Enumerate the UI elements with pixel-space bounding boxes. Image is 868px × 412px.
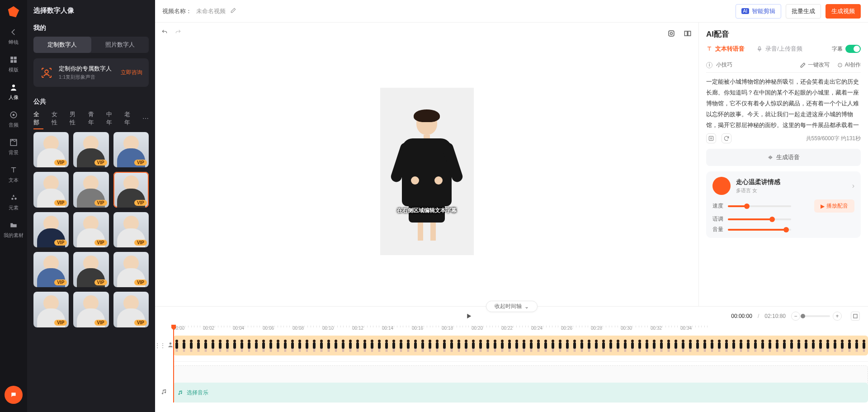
rail-item-my-assets[interactable]: 我的素材 — [0, 216, 27, 243]
svg-rect-378 — [827, 349, 828, 352]
rail-item-audio[interactable]: 音频 — [0, 105, 27, 133]
svg-rect-349 — [776, 342, 778, 349]
avatar-card[interactable]: VIP — [73, 172, 108, 207]
zoom-out-button[interactable]: − — [791, 312, 800, 321]
filter-youth[interactable]: 青年 — [88, 110, 98, 127]
info-icon[interactable]: i — [706, 62, 712, 68]
avatar-card[interactable]: VIP — [33, 212, 69, 247]
insert-pause-icon[interactable] — [706, 133, 716, 143]
svg-rect-298 — [682, 349, 683, 352]
filter-female[interactable]: 女性 — [52, 110, 61, 127]
generate-video-button[interactable]: 生成视频 — [826, 4, 861, 19]
tab-photo-avatar[interactable]: 照片数字人 — [91, 37, 149, 53]
filter-old[interactable]: 老年 — [124, 110, 134, 127]
avatar-card[interactable]: VIP — [113, 252, 149, 287]
crop-icon[interactable] — [667, 29, 676, 40]
svg-rect-265 — [624, 342, 627, 349]
svg-rect-98 — [321, 349, 321, 352]
svg-point-232 — [566, 340, 569, 342]
one-click-rewrite[interactable]: 一键改写 — [800, 61, 830, 69]
rail-item-avatar[interactable]: 人像 — [0, 78, 27, 105]
refresh-voice-icon[interactable] — [722, 133, 731, 143]
avatar-card[interactable]: VIP — [33, 292, 69, 327]
rename-icon[interactable] — [230, 7, 236, 15]
svg-rect-365 — [805, 342, 807, 349]
svg-point-364 — [805, 340, 807, 342]
svg-rect-285 — [660, 342, 663, 349]
svg-rect-322 — [726, 349, 726, 352]
zoom-fit-button[interactable] — [851, 312, 860, 321]
avatar-card[interactable]: VIP — [33, 172, 69, 207]
avatar-card[interactable]: VIP — [113, 132, 149, 167]
pitch-slider[interactable] — [728, 218, 791, 220]
help-chat-button[interactable] — [5, 386, 23, 404]
rail-back[interactable]: 蝉镜 — [0, 23, 27, 50]
generate-voice-button[interactable]: 生成语音 — [706, 149, 861, 166]
music-lane[interactable]: 选择音乐 — [173, 383, 868, 403]
svg-point-160 — [436, 340, 439, 342]
zoom-in-button[interactable]: + — [833, 312, 842, 321]
svg-rect-8 — [669, 31, 674, 36]
avatar-card[interactable]: VIP — [73, 252, 108, 287]
avatar-card[interactable]: VIP — [113, 212, 149, 247]
svg-rect-171 — [452, 349, 453, 352]
svg-rect-245 — [588, 342, 590, 349]
filter-middle[interactable]: 中年 — [106, 110, 116, 127]
ai-voice-title: AI配音 — [706, 29, 861, 39]
svg-rect-31 — [199, 349, 200, 352]
avatar-card[interactable]: VIP — [73, 132, 108, 167]
svg-rect-38 — [212, 349, 213, 352]
svg-rect-377 — [826, 342, 829, 349]
avatar-card[interactable]: VIP — [113, 292, 149, 327]
filter-male[interactable]: 男性 — [70, 110, 80, 127]
zoom-slider[interactable] — [803, 315, 830, 317]
svg-rect-281 — [653, 342, 656, 349]
avatar-card[interactable]: VIP — [33, 252, 69, 287]
ai-create[interactable]: AI创作 — [837, 61, 861, 69]
tab-custom-avatar[interactable]: 定制数字人 — [33, 37, 91, 53]
script-textarea[interactable]: 一定能被小城博物馆的神秘所吸引，还会笑着走出它的历史长廊。你知道吗？在中国的某个… — [706, 76, 861, 130]
svg-rect-53 — [241, 342, 243, 349]
avatar-card[interactable]: VIP — [73, 212, 108, 247]
aspect-ratio-icon[interactable] — [683, 29, 692, 40]
speed-label: 速度 — [712, 202, 728, 210]
rail-item-element[interactable]: 元素 — [0, 188, 27, 216]
svg-point-28 — [197, 340, 200, 342]
timeline-ruler[interactable]: 00:0000:0200:0400:0600:0800:1000:1200:14… — [155, 326, 868, 334]
undo-icon[interactable] — [161, 29, 168, 37]
svg-rect-239 — [575, 349, 576, 352]
voice-select[interactable]: 走心温柔讲情感 多语言 女 › — [712, 177, 854, 195]
filter-more-icon[interactable]: ⋯ — [142, 115, 149, 122]
tab-record[interactable]: 录音/上传音频 — [756, 45, 802, 53]
ai-clip-button[interactable]: AI 智能剪辑 — [736, 4, 781, 19]
avatar-card[interactable]: VIP — [73, 292, 108, 327]
rail-item-background[interactable]: 背景 — [0, 133, 27, 161]
avatar-card[interactable]: VIP — [33, 132, 69, 167]
volume-slider[interactable] — [728, 229, 791, 231]
play-voice-button[interactable]: ▶ 播放配音 — [814, 199, 854, 213]
customize-cta[interactable]: 立即咨询 — [121, 69, 142, 76]
filter-all[interactable]: 全部 — [33, 110, 43, 127]
subtitle-toggle[interactable] — [845, 45, 861, 53]
svg-rect-202 — [509, 349, 509, 352]
svg-rect-137 — [392, 342, 395, 349]
redo-icon[interactable] — [175, 29, 181, 37]
svg-point-20 — [183, 340, 185, 342]
svg-rect-257 — [609, 342, 612, 349]
svg-rect-397 — [863, 342, 865, 349]
svg-rect-229 — [559, 342, 561, 349]
svg-rect-133 — [385, 342, 388, 349]
rail-item-text[interactable]: 文本 — [0, 161, 27, 188]
playhead[interactable] — [173, 326, 174, 403]
collapse-timeline-button[interactable]: 收起时间轴 ⌄ — [486, 301, 538, 312]
timeline-play-button[interactable] — [463, 310, 475, 322]
rail-item-template[interactable]: 模版 — [0, 50, 27, 78]
video-clip[interactable] — [173, 336, 868, 355]
video-canvas[interactable]: 在右侧区域编辑文本字幕 — [380, 88, 474, 255]
speed-slider[interactable] — [728, 205, 791, 207]
tab-tts[interactable]: 文本转语音 — [706, 45, 745, 53]
svg-rect-286 — [660, 349, 661, 352]
avatar-card-selected[interactable]: VIP — [113, 172, 149, 207]
track-menu-icon[interactable]: ⋮⋮ — [155, 342, 165, 349]
batch-generate-button[interactable]: 批量生成 — [786, 4, 821, 19]
